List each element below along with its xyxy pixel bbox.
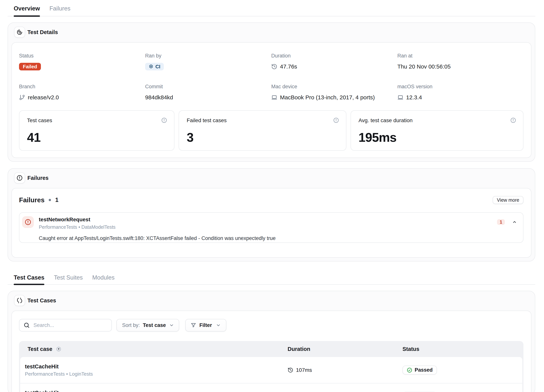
failures-header: Failures [8, 169, 535, 188]
field-ran-by: Ran by CI [145, 53, 271, 70]
stat-cards: Test cases 41 Failed test cases [19, 110, 523, 151]
info-icon[interactable] [161, 117, 167, 123]
row-test-name: testCacheHit [25, 364, 288, 369]
ci-hexagon-icon [148, 64, 154, 69]
field-macos-version: macOS version 12.3.4 [397, 83, 523, 101]
test-details-body: Status Failed Ran by CI [12, 42, 532, 158]
row-test-case-cell: testCacheHit PerformanceTests • LoginTes… [25, 364, 288, 377]
ci-badge-label: CI [155, 63, 160, 70]
field-label: Branch [19, 83, 145, 90]
status-failed-badge: Failed [19, 63, 41, 70]
duration-value: 47.76s [280, 63, 297, 70]
ci-badge: CI [145, 63, 164, 70]
history-clock-icon [271, 64, 277, 70]
chevron-down-icon [216, 322, 221, 328]
sections-tabbar: Test Cases Test Suites Modules [8, 269, 535, 285]
test-details-header: Test Details [8, 23, 535, 42]
tab-modules[interactable]: Modules [92, 269, 114, 284]
filter-label: Filter [199, 322, 212, 328]
target-spiral-icon [16, 29, 23, 36]
test-details-card: Test Details Status Failed Ran by [8, 23, 535, 162]
laptop-icon [271, 94, 277, 101]
info-icon[interactable] [333, 117, 339, 123]
laptop-icon [397, 94, 403, 101]
alert-circle-icon [24, 219, 31, 226]
failure-item[interactable]: testNetworkRequest PerformanceTests • Da… [19, 212, 523, 243]
test-cases-icon [16, 297, 23, 304]
field-label: Mac device [271, 83, 397, 90]
history-clock-icon [288, 367, 293, 373]
field-label: Duration [271, 53, 397, 59]
failure-item-main: testNetworkRequest PerformanceTests • Da… [39, 216, 492, 243]
commit-value: 984dk84kd [145, 94, 173, 101]
filter-funnel-icon [191, 322, 196, 328]
table-body: testCacheHit PerformanceTests • LoginTes… [20, 357, 522, 392]
column-test-case[interactable]: Test case [28, 346, 288, 352]
passed-badge-label: Passed [415, 367, 433, 373]
failures-icon-box [14, 172, 25, 184]
stat-label: Failed test cases [187, 117, 226, 124]
tab-failures[interactable]: Failures [49, 0, 70, 16]
failure-item-right: 1 [497, 216, 517, 228]
row-test-name: testCacheHit [25, 390, 288, 392]
sort-by-dropdown[interactable]: Sort by: Test case [116, 319, 179, 332]
field-label: Ran at [397, 53, 523, 59]
test-cases-icon-box [14, 295, 25, 306]
stat-label: Test cases [27, 117, 52, 124]
test-cases-header: Test Cases [8, 291, 535, 311]
search-box[interactable] [19, 319, 112, 332]
alert-circle-icon [16, 175, 23, 181]
field-mac-device: Mac device MacBook Pro (13-inch, 2017, 4… [271, 83, 397, 101]
test-cases-card: Test Cases Sort by: Test case [8, 291, 535, 392]
view-more-button[interactable]: View more [493, 196, 523, 204]
macos-version-value: 12.3.4 [406, 94, 422, 101]
field-label: Ran by [145, 53, 271, 59]
stat-test-cases: Test cases 41 [19, 110, 174, 151]
failures-heading: Failures 1 [19, 196, 58, 204]
test-details-title: Test Details [27, 29, 58, 36]
chevron-down-icon [169, 322, 174, 328]
field-status: Status Failed [19, 53, 145, 70]
column-duration: Duration [288, 346, 402, 352]
bullet-separator [49, 199, 51, 201]
search-icon [24, 322, 30, 328]
column-status: Status [402, 346, 522, 352]
field-duration: Duration 47.76s [271, 53, 397, 70]
search-input[interactable] [34, 322, 108, 328]
chevron-up-icon[interactable] [512, 220, 517, 225]
stat-label: Avg. test case duration [359, 117, 413, 124]
stat-value: 195ms [359, 130, 516, 145]
row-duration-cell: 107ms [288, 367, 402, 373]
mac-device-value: MacBook Pro (13-inch, 2017, 4 ports) [280, 94, 375, 101]
check-circle-icon [407, 367, 412, 373]
tab-test-cases[interactable]: Test Cases [14, 269, 44, 284]
ran-at-value: Thu 20 Nov 00:56:05 [397, 63, 451, 70]
filter-dropdown[interactable]: Filter [185, 319, 226, 332]
failures-body: Failures 1 View more testNetworkRequest … [12, 188, 532, 258]
report-tabbar: Overview Failures [8, 0, 535, 16]
field-label: Status [19, 53, 145, 59]
tab-test-suites[interactable]: Test Suites [54, 269, 83, 284]
field-branch: Branch release/v2.0 [19, 83, 145, 101]
passed-badge: Passed [402, 366, 437, 374]
test-details-icon-box [14, 27, 25, 38]
sort-arrow-up-icon[interactable] [56, 346, 61, 352]
row-test-suites: PerformanceTests • LoginTests [25, 371, 288, 377]
table-row[interactable]: testCacheHit PerformanceTests • LoginTes… [20, 383, 522, 392]
sort-by-value: Test case [143, 322, 166, 328]
failure-test-name: testNetworkRequest [39, 217, 492, 222]
failure-count-badge: 1 [497, 219, 505, 225]
failure-icon-box [22, 216, 34, 228]
info-icon[interactable] [510, 117, 516, 123]
git-branch-icon [19, 94, 25, 101]
table-row[interactable]: testCacheHit PerformanceTests • LoginTes… [20, 357, 522, 383]
tab-overview[interactable]: Overview [14, 0, 40, 16]
field-commit: Commit 984dk84kd [145, 83, 271, 101]
test-cases-title: Test Cases [27, 297, 56, 304]
failure-message: Caught error at AppTests/LoginTests.swif… [39, 236, 492, 241]
test-cases-table: Test case Duration Status testCacheHit P… [19, 341, 523, 392]
field-label: macOS version [397, 83, 523, 90]
row-duration-value: 107ms [296, 367, 312, 373]
test-cases-body: Sort by: Test case Filter [12, 311, 532, 392]
failures-card: Failures Failures 1 View more testNetwor [8, 168, 535, 261]
